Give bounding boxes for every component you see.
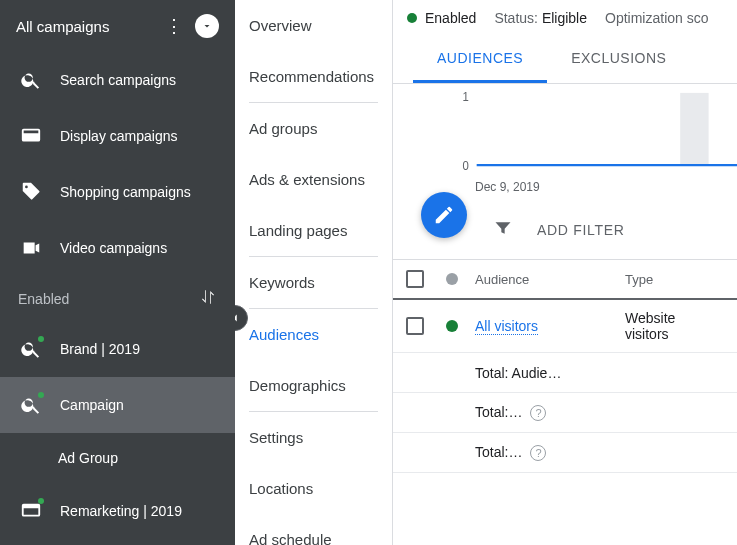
audience-type: Website visitors — [617, 306, 707, 346]
status-label: Status: Eligible — [494, 10, 587, 26]
status-dot-icon — [407, 13, 417, 23]
campaigns-sidebar: All campaigns ⋮ Search campaigns Display… — [0, 0, 235, 545]
svg-rect-4 — [23, 505, 40, 509]
nav-item-overview[interactable]: Overview — [235, 0, 392, 51]
nav-item-demographics[interactable]: Demographics — [235, 360, 392, 411]
total-label: Total:… — [475, 404, 522, 420]
all-campaigns-title[interactable]: All campaigns — [16, 18, 109, 35]
sidebar-item-label: Display campaigns — [60, 128, 178, 144]
status-dot-icon — [38, 498, 44, 504]
nav-item-settings[interactable]: Settings — [235, 412, 392, 463]
sidebar-footer-text: Paused and removed campaigns are hidden — [0, 539, 235, 545]
total-label: Total: Audie… — [467, 361, 617, 385]
nav-item-keywords[interactable]: Keywords — [235, 257, 392, 308]
table-total-row: Total:…? — [393, 433, 737, 473]
nav-item-ad-groups[interactable]: Ad groups — [235, 103, 392, 154]
sidebar-item-label: Remarketing | 2019 — [60, 503, 182, 519]
optimization-score-label: Optimization sco — [605, 10, 708, 26]
select-all-checkbox[interactable] — [406, 270, 424, 288]
y-tick-1: 1 — [462, 89, 468, 104]
sidebar-item-label: Brand | 2019 — [60, 341, 140, 357]
page-nav: Overview Recommendations Ad groups Ads &… — [235, 0, 393, 545]
video-icon — [20, 237, 42, 259]
svg-rect-5 — [680, 93, 708, 165]
nav-item-audiences[interactable]: Audiences — [235, 309, 392, 360]
tab-exclusions[interactable]: EXCLUSIONS — [547, 36, 690, 83]
help-icon[interactable]: ? — [530, 445, 546, 461]
nav-item-landing-pages[interactable]: Landing pages — [235, 205, 392, 256]
sidebar-adgroup[interactable]: Ad Group — [0, 433, 235, 483]
add-filter-button[interactable]: ADD FILTER — [537, 222, 625, 238]
col-header-type[interactable]: Type — [617, 268, 707, 291]
table-total-row: Total:…? — [393, 393, 737, 433]
enabled-filter-row[interactable]: Enabled — [0, 276, 235, 321]
sidebar-item-video-campaigns[interactable]: Video campaigns — [0, 220, 235, 276]
nav-item-locations[interactable]: Locations — [235, 463, 392, 514]
sidebar-item-display-campaigns[interactable]: Display campaigns — [0, 108, 235, 164]
table-header-row: Audience Type — [393, 260, 737, 300]
search-icon — [20, 69, 42, 91]
sidebar-header: All campaigns ⋮ — [0, 0, 235, 52]
display-icon — [20, 125, 42, 147]
table-total-row: Total: Audie… — [393, 353, 737, 393]
filter-icon[interactable] — [493, 218, 513, 241]
search-icon — [20, 394, 42, 416]
sort-icon[interactable] — [199, 288, 217, 309]
audience-tabs: AUDIENCES EXCLUSIONS — [393, 36, 737, 84]
nav-item-ads-extensions[interactable]: Ads & extensions — [235, 154, 392, 205]
main-panel: Enabled Status: Eligible Optimization sc… — [393, 0, 737, 545]
sidebar-item-label: Shopping campaigns — [60, 184, 191, 200]
status-column-icon[interactable] — [446, 273, 458, 285]
enabled-label: Enabled — [18, 291, 69, 307]
sidebar-campaign-campaign[interactable]: Campaign — [0, 377, 235, 433]
sidebar-item-search-campaigns[interactable]: Search campaigns — [0, 52, 235, 108]
enabled-text: Enabled — [425, 10, 476, 26]
help-icon[interactable]: ? — [530, 405, 546, 421]
sidebar-item-shopping-campaigns[interactable]: Shopping campaigns — [0, 164, 235, 220]
sidebar-campaign-brand[interactable]: Brand | 2019 — [0, 321, 235, 377]
dropdown-toggle-icon[interactable] — [195, 14, 219, 38]
nav-item-ad-schedule[interactable]: Ad schedule — [235, 514, 392, 545]
display-icon — [20, 500, 42, 522]
y-tick-0: 0 — [462, 158, 468, 173]
campaign-status-bar: Enabled Status: Eligible Optimization sc… — [393, 0, 737, 36]
nav-item-recommendations[interactable]: Recommendations — [235, 51, 392, 102]
sidebar-item-label: Campaign — [60, 397, 124, 413]
audiences-table: Audience Type All visitors Website visit… — [393, 259, 737, 473]
add-audience-button[interactable] — [421, 192, 467, 238]
search-icon — [20, 338, 42, 360]
status-dot-icon — [38, 336, 44, 342]
tab-audiences[interactable]: AUDIENCES — [413, 36, 547, 83]
audience-link[interactable]: All visitors — [475, 318, 538, 335]
sidebar-item-label: Search campaigns — [60, 72, 176, 88]
col-header-audience[interactable]: Audience — [467, 268, 617, 291]
total-label: Total:… — [475, 444, 522, 460]
enabled-status[interactable]: Enabled — [407, 10, 476, 26]
sidebar-campaign-remarketing[interactable]: Remarketing | 2019 — [0, 483, 235, 539]
more-menu-icon[interactable]: ⋮ — [165, 17, 183, 35]
performance-chart[interactable]: 1 0 — [393, 84, 737, 184]
sidebar-item-label: Ad Group — [58, 450, 118, 466]
status-dot-icon — [38, 392, 44, 398]
tag-icon — [20, 181, 42, 203]
row-status-dot-icon — [446, 320, 458, 332]
sidebar-item-label: Video campaigns — [60, 240, 167, 256]
table-row: All visitors Website visitors — [393, 300, 737, 353]
row-checkbox[interactable] — [406, 317, 424, 335]
